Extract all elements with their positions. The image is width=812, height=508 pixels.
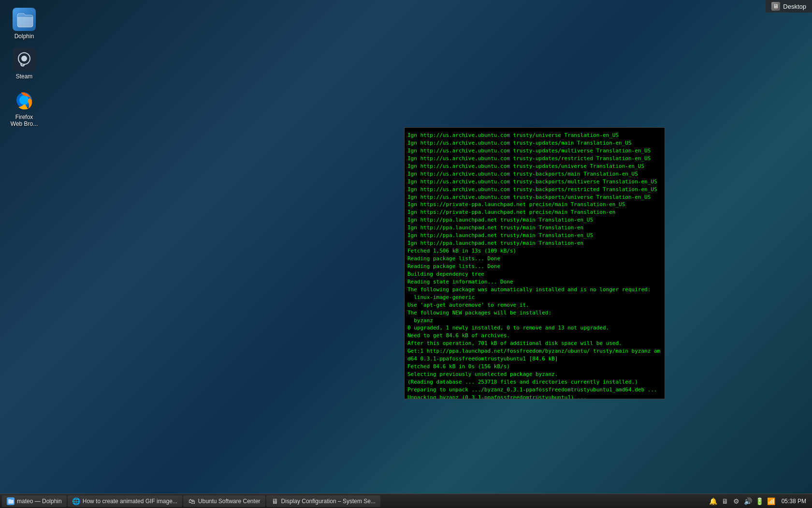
taskbar-browser-icon: 🌐 xyxy=(72,497,80,505)
taskbar-software-icon: 🛍 xyxy=(188,497,196,505)
terminal-content: Ign http://us.archive.ubuntu.com trusty/… xyxy=(405,128,665,399)
desktop-icons: Dolphin Steam xyxy=(5,5,44,131)
svg-point-5 xyxy=(19,95,29,105)
taskbar-clock: 05:38 PM xyxy=(780,498,808,505)
tray-battery-icon[interactable]: 🔋 xyxy=(755,497,764,506)
desktop-button[interactable]: 🖥 Desktop xyxy=(766,0,812,13)
taskbar-right: 🔔 🖥 ⚙ 🔊 🔋 📶 05:38 PM xyxy=(705,497,812,506)
svg-point-3 xyxy=(21,56,27,61)
taskbar-tray: 🔔 🖥 ⚙ 🔊 🔋 📶 xyxy=(709,497,776,506)
steam-icon[interactable]: Steam xyxy=(5,45,44,83)
taskbar-browser-label: How to create animated GIF image... xyxy=(83,498,177,505)
taskbar: mateo — Dolphin 🌐 How to create animated… xyxy=(0,493,812,508)
steam-icon-img xyxy=(13,48,36,71)
firefox-icon[interactable]: FirefoxWeb Bro... xyxy=(5,86,44,131)
terminal-window[interactable]: Ign http://us.archive.ubuntu.com trusty/… xyxy=(404,127,665,399)
dolphin-icon-img xyxy=(13,8,36,31)
tray-volume-icon[interactable]: 🔊 xyxy=(744,497,753,506)
desktop-button-label: Desktop xyxy=(783,3,806,10)
taskbar-item-dolphin[interactable]: mateo — Dolphin xyxy=(2,495,67,507)
taskbar-left: mateo — Dolphin 🌐 How to create animated… xyxy=(0,495,382,507)
tray-settings-icon[interactable]: ⚙ xyxy=(732,497,741,506)
taskbar-display-icon: 🖥 xyxy=(271,497,279,505)
tray-notify-icon[interactable]: 🔔 xyxy=(709,497,718,506)
tray-network-icon[interactable]: 📶 xyxy=(767,497,776,506)
steam-label: Steam xyxy=(16,73,33,80)
taskbar-item-display[interactable]: 🖥 Display Configuration – System Se... xyxy=(266,495,380,507)
taskbar-software-label: Ubuntu Software Center xyxy=(198,498,261,505)
dolphin-label: Dolphin xyxy=(14,33,34,40)
firefox-label: FirefoxWeb Bro... xyxy=(11,114,38,128)
dolphin-icon[interactable]: Dolphin xyxy=(5,5,44,43)
taskbar-dolphin-label: mateo — Dolphin xyxy=(17,498,62,505)
taskbar-display-label: Display Configuration – System Se... xyxy=(281,498,376,505)
taskbar-item-browser[interactable]: 🌐 How to create animated GIF image... xyxy=(68,495,182,507)
taskbar-dolphin-icon xyxy=(7,497,14,505)
desktop: 🖥 Desktop Dolp xyxy=(0,0,812,508)
tray-monitor-icon[interactable]: 🖥 xyxy=(721,497,729,506)
desktop-button-icon: 🖥 xyxy=(771,2,780,11)
taskbar-item-software[interactable]: 🛍 Ubuntu Software Center xyxy=(183,495,265,507)
firefox-icon-img xyxy=(13,89,36,112)
